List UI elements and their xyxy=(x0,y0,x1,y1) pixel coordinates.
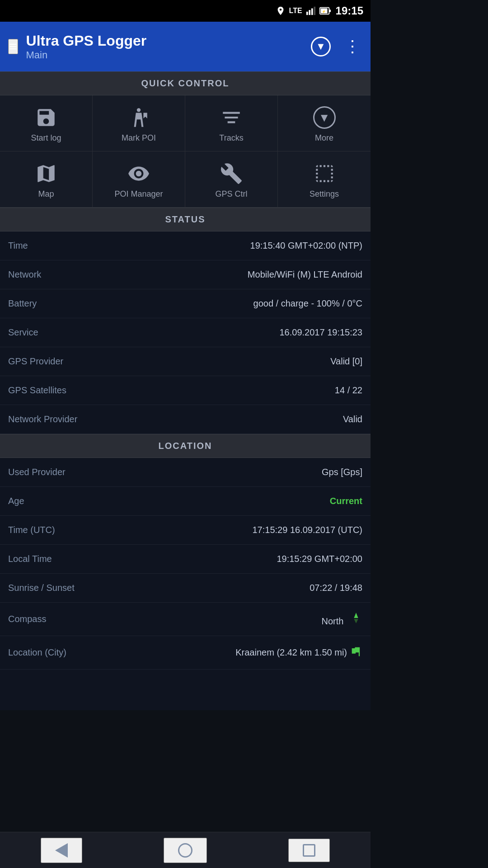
tracks-icon xyxy=(220,106,243,129)
back-icon xyxy=(55,843,68,858)
gps-ctrl-label: GPS Ctrl xyxy=(215,189,247,199)
svg-rect-3 xyxy=(314,7,315,15)
table-row: Network Mobile/WiFi (M) LTE Android xyxy=(0,260,371,289)
table-row: Age Current xyxy=(0,487,371,516)
svg-text:⚡: ⚡ xyxy=(321,9,326,14)
location-header: LOCATION xyxy=(0,434,371,458)
save-icon xyxy=(35,106,57,129)
dropdown-button[interactable]: ▼ xyxy=(308,34,333,59)
table-row: Local Time 19:15:29 GMT+02:00 xyxy=(0,545,371,574)
more-button[interactable]: ▼ More xyxy=(278,95,371,151)
start-log-button[interactable]: Start log xyxy=(0,95,93,151)
table-row: GPS Satellites 14 / 22 xyxy=(0,376,371,405)
table-row: Network Provider Valid xyxy=(0,405,371,434)
tracks-label: Tracks xyxy=(219,133,243,143)
location-rows: Used Provider Gps [Gps] Age Current Time… xyxy=(0,458,371,710)
network-provider-value: Valid xyxy=(343,414,362,425)
gps-ctrl-button[interactable]: GPS Ctrl xyxy=(185,151,278,208)
location-city-label: Location (City) xyxy=(8,647,66,658)
mark-poi-button[interactable]: Mark POI xyxy=(93,95,185,151)
map-icon xyxy=(35,162,57,185)
home-icon xyxy=(178,843,192,858)
sunrise-sunset-label: Sunrise / Sunset xyxy=(8,583,75,593)
table-row: GPS Provider Valid [0] xyxy=(0,347,371,376)
network-provider-label: Network Provider xyxy=(8,414,77,425)
status-header: STATUS xyxy=(0,208,371,231)
recents-icon xyxy=(303,844,315,857)
more-label: More xyxy=(315,133,333,143)
map-label: Map xyxy=(38,189,54,199)
home-button[interactable] xyxy=(164,838,207,863)
svg-point-8 xyxy=(137,108,141,112)
gps-provider-value: Valid [0] xyxy=(330,356,362,367)
back-button[interactable] xyxy=(41,838,82,863)
used-provider-label: Used Provider xyxy=(8,467,66,477)
time-value: 19:15:40 GMT+02:00 (NTP) xyxy=(250,241,362,251)
time-label: Time xyxy=(8,241,28,251)
settings-button[interactable]: Settings xyxy=(278,151,371,208)
age-label: Age xyxy=(8,496,24,506)
gps-satellites-value: 14 / 22 xyxy=(335,385,362,396)
svg-rect-0 xyxy=(306,12,308,15)
battery-value: good / charge - 100% / 0°C xyxy=(253,298,362,309)
table-row: Time 19:15:40 GMT+02:00 (NTP) xyxy=(0,231,371,260)
app-bar: ≡ Ultra GPS Logger Main ▼ ⋮ xyxy=(0,22,371,71)
time-utc-label: Time (UTC) xyxy=(8,525,55,535)
north-arrow-icon xyxy=(350,612,362,627)
quick-control-header: QUICK CONTROL xyxy=(0,71,371,95)
wrench-icon xyxy=(220,162,243,185)
used-provider-value: Gps [Gps] xyxy=(322,467,362,477)
age-value: Current xyxy=(330,496,362,506)
bottom-navigation xyxy=(0,832,371,868)
location-icon xyxy=(276,6,286,16)
compass-label: Compass xyxy=(8,614,46,624)
network-label: Network xyxy=(8,269,41,280)
table-row: Compass North xyxy=(0,603,371,636)
circle-down-icon: ▼ xyxy=(311,37,331,57)
service-value: 16.09.2017 19:15:23 xyxy=(279,327,362,338)
table-row: Battery good / charge - 100% / 0°C xyxy=(0,289,371,318)
svg-rect-6 xyxy=(329,9,331,12)
status-rows: Time 19:15:40 GMT+02:00 (NTP) Network Mo… xyxy=(0,231,371,434)
location-flag-icon xyxy=(350,645,362,660)
gps-provider-label: GPS Provider xyxy=(8,356,63,367)
menu-button[interactable]: ≡ xyxy=(8,39,18,54)
table-row: Time (UTC) 17:15:29 16.09.2017 (UTC) xyxy=(0,516,371,545)
svg-rect-2 xyxy=(311,9,313,15)
recents-button[interactable] xyxy=(288,839,330,862)
status-bar: LTE ⚡ 19:15 xyxy=(0,0,371,22)
app-title: Ultra GPS Logger xyxy=(26,33,300,49)
local-time-value: 19:15:29 GMT+02:00 xyxy=(277,554,362,564)
svg-rect-1 xyxy=(309,10,310,15)
battery-icon: ⚡ xyxy=(319,6,331,16)
poi-manager-label: POI Manager xyxy=(114,189,163,199)
table-row: Service 16.09.2017 19:15:23 xyxy=(0,318,371,347)
service-label: Service xyxy=(8,327,38,338)
poi-manager-button[interactable]: POI Manager xyxy=(93,151,185,208)
network-value: Mobile/WiFi (M) LTE Android xyxy=(248,269,362,280)
lte-badge: LTE xyxy=(289,7,302,15)
more-options-button[interactable]: ⋮ xyxy=(342,34,362,59)
table-row: Location (City) Kraainem (2.42 km 1.50 m… xyxy=(0,636,371,670)
settings-icon xyxy=(313,162,336,185)
flag-person-icon xyxy=(127,106,150,129)
gps-satellites-label: GPS Satellites xyxy=(8,385,66,396)
location-city-value: Kraainem (2.42 km 1.50 mi) xyxy=(235,645,362,660)
status-icons: LTE ⚡ xyxy=(276,6,331,16)
sunrise-sunset-value: 07:22 / 19:48 xyxy=(310,583,362,593)
start-log-label: Start log xyxy=(31,133,61,143)
map-button[interactable]: Map xyxy=(0,151,93,208)
tracks-button[interactable]: Tracks xyxy=(185,95,278,151)
mark-poi-label: Mark POI xyxy=(122,133,156,143)
local-time-label: Local Time xyxy=(8,554,52,564)
table-row: Used Provider Gps [Gps] xyxy=(0,458,371,487)
quick-control-grid: Start log Mark POI Tracks ▼ More Map xyxy=(0,95,371,208)
app-subtitle: Main xyxy=(26,49,300,61)
time-utc-value: 17:15:29 16.09.2017 (UTC) xyxy=(253,525,363,535)
app-bar-actions: ▼ ⋮ xyxy=(308,34,362,59)
title-group: Ultra GPS Logger Main xyxy=(26,33,300,61)
eye-icon xyxy=(127,162,150,185)
more-circle-icon: ▼ xyxy=(313,106,336,129)
compass-value: North xyxy=(322,612,362,627)
battery-label: Battery xyxy=(8,298,37,309)
